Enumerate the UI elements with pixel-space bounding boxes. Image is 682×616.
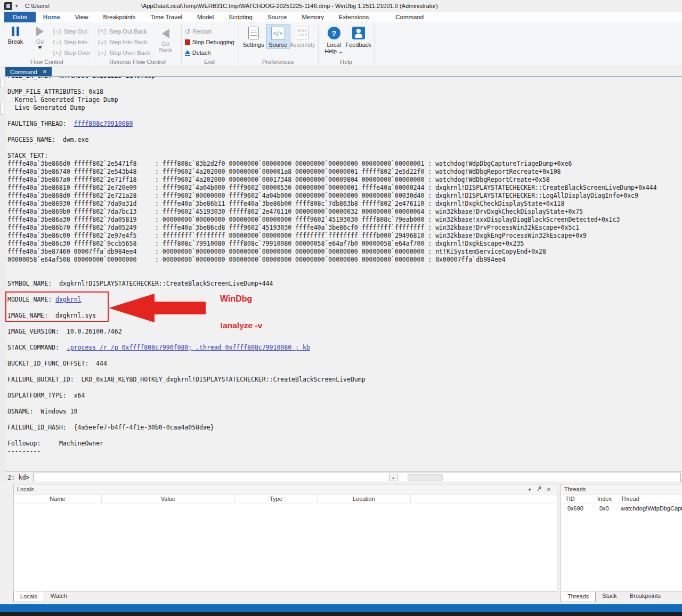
command-output-line: PROCESS_NAME: dwm.exe [7, 136, 657, 144]
detach-icon [185, 50, 190, 56]
go-back-button[interactable]: GoBack [153, 25, 178, 53]
command-document-tab[interactable]: Command ✕ [5, 67, 52, 76]
ribbon-tab-breakpoints[interactable]: Breakpoints [96, 12, 143, 22]
help-icon: ? [328, 27, 340, 39]
locals-column-name[interactable]: Name [14, 495, 102, 504]
command-output-line: DUMP_FILE_ATTRIBUTES: 0x18 [7, 88, 657, 96]
command-input[interactable]: ▴ [33, 473, 681, 482]
command-output-line: ffffe40a`3be86c00 fffff802`2e97e4f5 : ff… [7, 232, 657, 240]
go-dropdown-caret-icon[interactable] [38, 46, 42, 49]
ribbon-group-help: ? LocalHelp ⌄ Feedback Help [319, 22, 374, 67]
go-button[interactable]: Go [28, 25, 52, 49]
window-title-path-left: C:\Users\ [25, 3, 50, 9]
command-output-line: FILE_IN_CAB: WATCHDOG-20251225-1146.dmp [7, 76, 657, 80]
command-output-line: STACK_COMMAND: .process /r /p 0xffff808c… [7, 344, 657, 352]
assembly-button[interactable]: 0101 1010 Assembly [290, 25, 315, 48]
command-output-line: FAILURE_ID_HASH: {4a5eefe7-b4ff-4f1e-30b… [7, 424, 657, 432]
command-output-line [7, 272, 657, 280]
group-label-flow-control: Flow Control [3, 58, 91, 67]
command-output-line [7, 144, 657, 152]
gutter-handle[interactable] [1, 78, 4, 87]
threads-column-tid[interactable]: TID [561, 495, 593, 504]
quick-access-caret-icon[interactable]: ▾ [15, 4, 18, 8]
detach-button[interactable]: Detach [185, 48, 234, 58]
ribbon-tab-source[interactable]: Source [260, 12, 294, 22]
ribbon-tab-extensions[interactable]: Extensions [331, 12, 376, 22]
step-out-back-button[interactable]: {↰}Step Out Back [98, 27, 150, 36]
command-output-line: ffffe40a`3be86c30 fffff802`9ccb5658 : ff… [7, 240, 657, 248]
command-output-line: ffffe40a`3be86740 fffff802`2e543b48 : ff… [7, 168, 657, 176]
left-gutter [0, 76, 5, 482]
ribbon-group-preferences: Settings </> Source 0101 1010 Assembly P… [238, 22, 318, 67]
close-icon[interactable]: ✕ [43, 69, 47, 75]
step-over-back-button[interactable]: {↶}Step Over Back [98, 48, 150, 58]
break-button[interactable]: Break [3, 25, 28, 45]
ribbon-tab-model[interactable]: Model [190, 12, 221, 22]
command-output-line [7, 128, 657, 136]
document-tab-row: Command ✕ [0, 67, 682, 76]
prompt-history-icon[interactable]: ▴ [389, 474, 397, 481]
command-output-line [7, 352, 657, 360]
go-icon [36, 27, 44, 36]
local-help-button[interactable]: ? LocalHelp ⌄ [322, 25, 346, 54]
step-into-back-button[interactable]: {↲}Step Into Back [98, 37, 150, 47]
ribbon-tab-memory[interactable]: Memory [294, 12, 331, 22]
command-output-line [7, 80, 657, 88]
panel-pin-icon[interactable] [534, 486, 544, 493]
threads-tab-stack[interactable]: Stack [596, 591, 623, 602]
command-output-line: OSPLATFORM_TYPE: x64 [7, 392, 657, 400]
source-button[interactable]: </> Source [266, 25, 290, 48]
ribbon-tab-time-travel[interactable]: Time Travel [143, 12, 190, 22]
step-over-icon: {↷} [52, 50, 62, 56]
ribbon-tab-datei[interactable]: Datei [4, 12, 36, 22]
command-output-line: SYMBOL_NAME: dxgkrnl!DISPLAYSTATECHECKER… [7, 280, 657, 288]
kd-prompt-label: 2: kd> [5, 474, 33, 481]
locals-column-value[interactable]: Value [102, 495, 235, 504]
settings-button[interactable]: Settings [241, 25, 266, 48]
command-output-link[interactable]: .process /r /p 0xffff808c7990f080; .thre… [67, 344, 310, 351]
annotation-analyze-label: !analyze -v [220, 321, 262, 330]
step-over-button[interactable]: {↷}Step Over [52, 48, 91, 58]
stop-debugging-button[interactable]: Stop Debugging [185, 37, 234, 47]
threads-column-thread[interactable]: Thread [616, 495, 682, 504]
command-output-line: ffffe40a`3be866d0 fffff802`2e5471f8 : ff… [7, 160, 657, 168]
ribbon-tab-home[interactable]: Home [36, 12, 68, 22]
ribbon-tab-view[interactable]: View [68, 12, 96, 22]
command-output-link[interactable]: ffff808c79910080 [74, 120, 133, 127]
app-icon [4, 2, 12, 10]
locals-body[interactable] [14, 504, 557, 581]
locals-tab-watch[interactable]: Watch [44, 591, 74, 602]
restart-button[interactable]: ↺Restart [185, 27, 234, 36]
command-output-line: ffffe40a`3be87460 00007ffa`db984ee4 : 00… [7, 248, 657, 256]
locals-column-location[interactable]: Location [318, 495, 411, 504]
panel-close-icon[interactable]: ✕ [544, 487, 554, 492]
ribbon-group-flow-control: Break Go {↑}Step Out {↓}Step Into {↷}Ste… [0, 22, 94, 67]
threads-tab-breakpoints[interactable]: Breakpoints [623, 591, 667, 602]
threads-panel-title: Threads [564, 486, 586, 492]
threads-tab-threads[interactable]: Threads [561, 591, 596, 602]
group-label-reverse-flow-control: Reverse Flow Control [98, 58, 178, 67]
threads-column-index[interactable]: Index [593, 495, 616, 504]
gutter-handle[interactable] [1, 102, 4, 115]
prompt-hint-pill [408, 474, 443, 481]
command-output-line: BUCKET_ID_FUNC_OFFSET: 444 [7, 360, 657, 368]
threads-row[interactable]: 0x6900x0watchdog!WdpDbgCapt [561, 504, 682, 514]
annotation-arrow-icon [109, 293, 206, 323]
go-back-icon [162, 29, 169, 38]
threads-panel-titlebar: Threads [561, 484, 682, 495]
command-output-line: ffffe40a`3be86810 fffff802`2e720e09 : ff… [7, 184, 657, 192]
step-over-back-icon: {↶} [98, 50, 107, 56]
feedback-person-icon [352, 27, 365, 39]
status-bar [0, 604, 682, 612]
ribbon-tab-command[interactable]: Command [388, 12, 431, 22]
step-out-button[interactable]: {↑}Step Out [52, 27, 91, 36]
ribbon-tab-scripting[interactable]: Scripting [221, 12, 260, 22]
group-label-end: End [185, 58, 234, 67]
locals-tab-locals[interactable]: Locals [13, 591, 44, 602]
feedback-button[interactable]: Feedback [346, 25, 371, 48]
step-into-button[interactable]: {↓}Step Into [52, 37, 91, 47]
ribbon-group-end: ↺Restart Stop Debugging Detach End [182, 22, 238, 67]
locals-column-type[interactable]: Type [235, 495, 318, 504]
command-output-panel[interactable]: FILE_IN_CAB: WATCHDOG-20251225-1146.dmp … [5, 76, 682, 471]
panel-dropdown-icon[interactable]: ▾ [525, 487, 534, 492]
